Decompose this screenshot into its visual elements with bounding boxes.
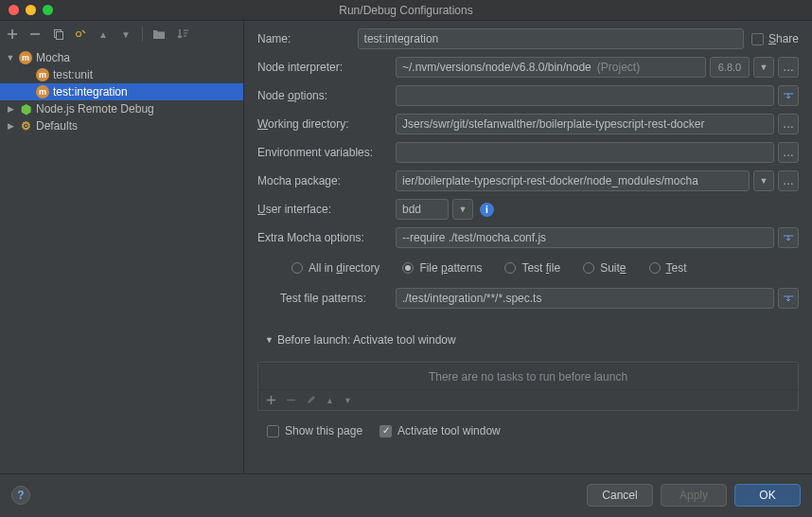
expand-button[interactable] [778,227,799,248]
mocha-icon: m [36,85,49,98]
config-form: Name: Share Node interpreter: ~/.nvm/ver… [244,21,812,473]
tree-node-mocha[interactable]: ▼ m Mocha [0,49,243,66]
info-icon[interactable]: i [480,203,494,217]
before-launch-empty-text: There are no tasks to run before launch [258,363,798,389]
mocha-icon: m [19,51,32,64]
window-title: Run/Debug Configurations [0,4,812,17]
remove-config-icon[interactable] [28,27,42,41]
sidebar-toolbar: ▲ ▼ [0,21,243,47]
show-this-page-checkbox[interactable] [267,425,279,437]
tree-label: Defaults [36,119,78,133]
zoom-window-button[interactable] [43,5,53,15]
browse-button[interactable]: … [778,170,799,191]
dropdown-icon[interactable]: ▼ [452,199,473,220]
folder-icon[interactable] [152,27,166,41]
dropdown-icon[interactable]: ▼ [753,170,774,191]
mocha-icon: m [36,68,49,81]
dialog-footer: ? Cancel Apply OK [0,473,812,515]
node-options-label: Node options: [257,89,388,102]
tree-label: test:integration [53,85,128,98]
radio-all-in-directory[interactable]: All in directory [291,261,380,275]
browse-button[interactable]: … [778,57,799,78]
radio-suite[interactable]: Suite [583,261,626,275]
node-interpreter-field[interactable]: ~/.nvm/versions/node/v6.8.0/bin/node (Pr… [396,57,706,78]
radio-test[interactable]: Test [649,261,687,275]
extra-mocha-input[interactable] [396,227,774,248]
dropdown-icon[interactable]: ▼ [753,57,774,78]
radio-file-patterns[interactable]: File patterns [402,261,482,275]
move-down-icon: ▼ [344,396,352,405]
configurations-tree: ▼ m Mocha m test:unit m test:integration… [0,47,243,473]
tree-label: Mocha [36,51,70,64]
before-launch-panel: There are no tasks to run before launch … [257,362,799,411]
mocha-package-input[interactable] [396,170,750,191]
test-pattern-label: Test file patterns: [280,292,388,305]
browse-button[interactable]: … [778,114,799,134]
svg-rect-1 [56,31,62,39]
cancel-button[interactable]: Cancel [587,484,653,507]
close-window-button[interactable] [9,5,19,15]
mocha-package-label: Mocha package: [257,174,388,187]
tree-node-test-integration[interactable]: m test:integration [0,83,243,100]
working-dir-label: Working directory: [257,117,388,131]
edit-task-icon [306,395,316,405]
titlebar: Run/Debug Configurations [0,0,812,21]
before-launch-header[interactable]: ▼ Before launch: Activate tool window [257,330,799,350]
user-interface-input[interactable] [396,199,449,220]
nodejs-icon: ⬢ [19,102,32,116]
test-kind-group: All in directory File patterns Test file… [257,256,799,280]
radio-test-file[interactable]: Test file [504,261,560,275]
name-input[interactable] [358,28,744,49]
tree-label: Node.js Remote Debug [36,102,154,116]
configurations-sidebar: ▲ ▼ ▼ m Mocha m test:unit m test:integra… [0,21,244,473]
node-options-input[interactable] [396,85,774,106]
settings-icon[interactable] [74,27,87,41]
minimize-window-button[interactable] [26,5,36,15]
help-button[interactable]: ? [11,486,30,505]
tree-label: test:unit [53,68,93,81]
user-interface-label: User interface: [257,203,388,216]
activate-tool-window-checkbox[interactable] [380,425,392,437]
move-up-icon: ▲ [326,396,334,405]
expand-button[interactable] [778,288,799,309]
extra-mocha-label: Extra Mocha options: [257,231,388,244]
remove-task-icon [286,395,296,405]
gear-icon: ⚙ [19,119,32,133]
tree-node-test-unit[interactable]: m test:unit [0,66,243,83]
move-down-icon[interactable]: ▼ [119,27,132,41]
ok-button[interactable]: OK [734,484,801,507]
env-vars-label: Environment variables: [257,146,388,159]
svg-point-2 [77,32,81,37]
env-vars-input[interactable] [396,142,774,163]
expand-button[interactable] [778,85,799,106]
name-label: Name: [257,32,350,45]
test-pattern-input[interactable] [396,288,774,309]
activate-tool-window-label: Activate tool window [397,424,501,437]
add-task-icon[interactable] [266,395,276,405]
node-version-chip: 6.8.0 [710,57,750,78]
share-label: Share [768,32,799,45]
move-up-icon[interactable]: ▲ [97,27,110,41]
browse-button[interactable]: … [778,142,799,163]
working-dir-input[interactable] [396,114,774,134]
show-this-page-label: Show this page [285,424,362,437]
apply-button[interactable]: Apply [661,484,727,507]
share-checkbox[interactable] [751,33,764,45]
copy-config-icon[interactable] [51,27,64,41]
add-config-icon[interactable] [6,27,19,41]
node-interpreter-label: Node interpreter: [257,61,388,74]
tree-node-nodejs-remote[interactable]: ▶ ⬢ Node.js Remote Debug [0,100,243,117]
sort-icon[interactable] [175,27,188,41]
tree-node-defaults[interactable]: ▶ ⚙ Defaults [0,117,243,134]
